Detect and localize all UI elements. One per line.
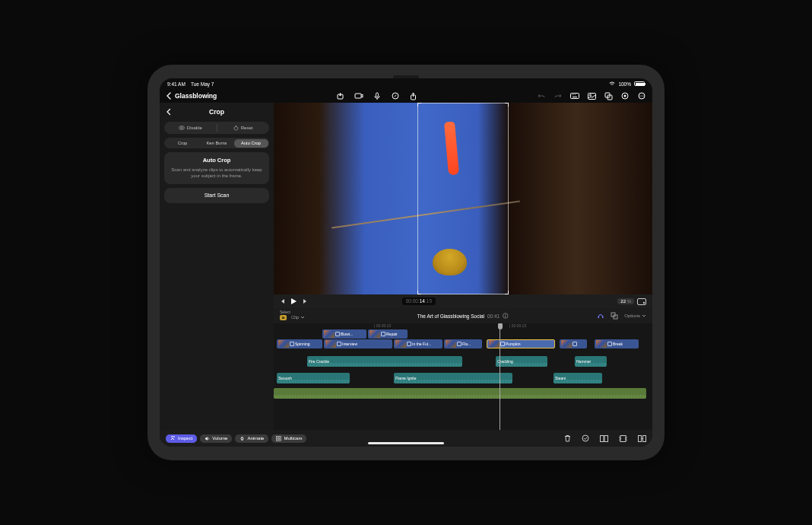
- timeline-clip[interactable]: Spinning: [277, 339, 322, 348]
- sidebar-title: Crop: [164, 108, 269, 116]
- project-title: Glassblowing: [175, 92, 217, 100]
- trash-icon[interactable]: [564, 434, 571, 442]
- sidebar-header: Crop: [164, 106, 269, 118]
- playhead[interactable]: [498, 323, 503, 329]
- timeline-audio-clip[interactable]: Flame Ignite: [394, 373, 512, 383]
- status-bar: 9:41 AM Tue May 7 100%: [160, 78, 652, 89]
- bottom-right-tools: [564, 434, 646, 442]
- svg-rect-1: [355, 94, 361, 98]
- clip-mode[interactable]: Clip: [291, 315, 305, 320]
- timeline[interactable]: | 00:00:10 | 00:00:15 Blowt...Repair Spi…: [274, 323, 652, 430]
- pencil-icon[interactable]: [391, 91, 400, 100]
- svg-rect-27: [598, 317, 600, 318]
- volume-button[interactable]: Volume: [200, 434, 232, 443]
- svg-rect-2: [376, 93, 378, 97]
- svg-rect-22: [638, 298, 646, 304]
- auto-crop-text: Scan and analyze clips to automatically …: [170, 167, 263, 180]
- arrange-icon[interactable]: [638, 435, 646, 442]
- screen: 9:41 AM Tue May 7 100% Glassblowing: [160, 78, 652, 447]
- auto-crop-title: Auto Crop: [170, 157, 263, 164]
- disable-button[interactable]: Disable: [164, 122, 217, 134]
- tab-crop[interactable]: Crop: [166, 139, 200, 148]
- svg-rect-38: [620, 435, 626, 441]
- redo-icon[interactable]: [553, 91, 563, 100]
- magnetic-icon[interactable]: [597, 313, 604, 319]
- timeline-clip[interactable]: Fla...: [444, 339, 482, 348]
- top-center-tools: [217, 91, 537, 100]
- timeline-header-right: Options: [597, 312, 646, 320]
- home-indicator[interactable]: [368, 442, 444, 444]
- timeline-clip[interactable]: Pumpkin: [487, 339, 555, 348]
- timeline-clip[interactable]: In the Ful...: [394, 339, 442, 348]
- voiceover-icon[interactable]: [373, 91, 382, 100]
- check-icon[interactable]: [582, 434, 589, 442]
- overlay-icon[interactable]: [604, 91, 613, 100]
- reset-button[interactable]: Reset: [217, 122, 269, 134]
- multicam-button[interactable]: Multicam: [271, 434, 306, 443]
- svg-point-20: [179, 126, 184, 130]
- tab-auto-crop[interactable]: Auto Crop: [234, 139, 268, 148]
- more-icon[interactable]: [637, 91, 646, 100]
- video-frame: [274, 103, 652, 294]
- undo-icon[interactable]: [537, 91, 546, 100]
- import-icon[interactable]: [336, 91, 345, 100]
- display-options-icon[interactable]: [637, 298, 646, 305]
- svg-point-23: [643, 301, 645, 303]
- timeline-audio-clip[interactable]: Fire Crackle: [307, 356, 462, 367]
- timeline-audio-clip[interactable]: Crackling: [496, 356, 547, 367]
- prev-frame-button[interactable]: [280, 298, 286, 304]
- reset-label: Reset: [241, 126, 253, 130]
- zoom-controls: 22 %: [617, 298, 646, 305]
- auto-crop-card: Auto Crop Scan and analyze clips to auto…: [164, 152, 269, 184]
- timeline-ruler[interactable]: | 00:00:10 | 00:00:15: [274, 323, 652, 329]
- animate-button[interactable]: Animate: [235, 434, 268, 443]
- timeline-clip[interactable]: Break: [595, 339, 639, 348]
- trim-icon[interactable]: [619, 435, 627, 442]
- timeline-clip[interactable]: Blowt...: [322, 329, 366, 339]
- play-button[interactable]: [290, 298, 297, 305]
- info-icon[interactable]: [503, 313, 509, 319]
- start-scan-button[interactable]: Start Scan: [164, 188, 269, 203]
- main-area: Crop Disable Reset Crop Ken Burns: [160, 103, 652, 430]
- split-icon[interactable]: [600, 435, 608, 442]
- disable-reset-row: Disable Reset: [164, 122, 269, 134]
- timeline-clip[interactable]: Interview: [324, 339, 392, 348]
- svg-point-17: [639, 95, 640, 96]
- timeline-audio-clip[interactable]: Steam: [553, 373, 602, 383]
- svg-rect-37: [604, 435, 608, 441]
- tab-ken-burns[interactable]: Ken Burns: [200, 139, 234, 148]
- music-clip[interactable]: [274, 388, 646, 399]
- camera-icon[interactable]: [354, 91, 363, 100]
- svg-rect-5: [571, 94, 579, 99]
- battery-pct: 100%: [618, 81, 631, 87]
- play-controls: [280, 298, 308, 305]
- timeline-clip[interactable]: [560, 339, 587, 348]
- svg-rect-36: [601, 435, 604, 441]
- svg-rect-9: [573, 97, 577, 97]
- svg-rect-32: [279, 436, 281, 438]
- timecode-display[interactable]: 00:00:14:15: [402, 298, 436, 305]
- timeline-audio-clip[interactable]: Hammer: [575, 356, 607, 367]
- tools-icon[interactable]: [620, 91, 630, 100]
- options-button[interactable]: Options: [624, 313, 646, 318]
- back-button[interactable]: [166, 92, 175, 100]
- keyboard-icon[interactable]: [570, 91, 579, 100]
- clip-badge: ⎄: [280, 315, 287, 320]
- inspect-button[interactable]: Inspect: [166, 434, 197, 443]
- share-icon[interactable]: [409, 91, 418, 100]
- snap-icon[interactable]: [611, 312, 618, 320]
- sidebar-back-button[interactable]: [166, 108, 171, 116]
- zoom-value[interactable]: 22 %: [617, 298, 634, 304]
- timeline-clip[interactable]: Repair: [368, 329, 408, 339]
- crop-rectangle[interactable]: [417, 103, 509, 294]
- svg-point-6: [572, 94, 573, 95]
- timeline-audio-clip[interactable]: Swoosh: [277, 373, 350, 383]
- timeline-title-group: The Art of Glassblowing Social 00:41: [417, 313, 509, 319]
- video-viewer[interactable]: [274, 103, 652, 294]
- timeline-duration: 00:41: [487, 313, 500, 319]
- next-frame-button[interactable]: [302, 298, 308, 304]
- svg-point-35: [582, 435, 588, 441]
- wifi-icon: [609, 81, 615, 86]
- status-date: Tue May 7: [191, 81, 214, 87]
- photo-icon[interactable]: [587, 91, 596, 100]
